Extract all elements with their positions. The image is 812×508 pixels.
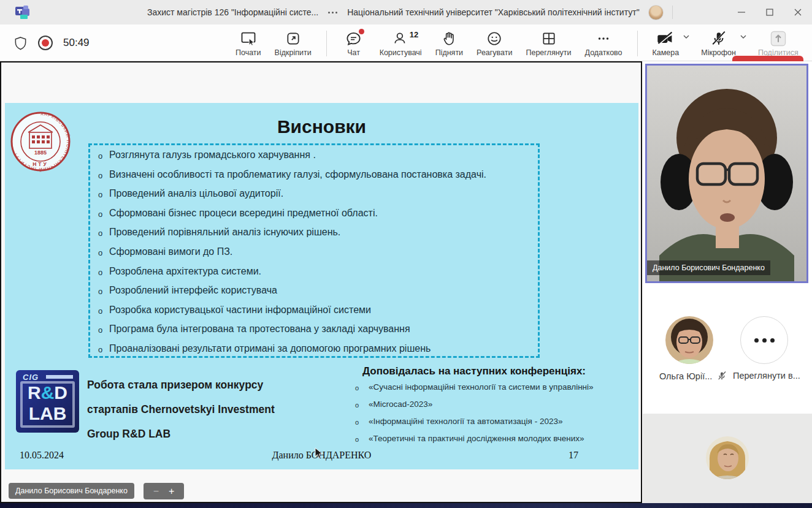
toolbar-center: Почати Відкріпити Чат 12 Користувачі: [232, 27, 802, 59]
bullet-marker: o: [98, 150, 109, 161]
list-item: oРозроблена архітектура системи.: [98, 266, 540, 286]
conferences-header: Доповідалась на наступних конференціях:: [351, 365, 615, 377]
list-item: oПрограма була інтегрована та протестова…: [98, 324, 540, 343]
recording-indicator-icon: [37, 35, 53, 51]
presenter-name-badge: Данило Борисович Бондаренко: [9, 483, 134, 499]
mic-off-icon: [711, 30, 727, 47]
security-shield-icon: [13, 36, 28, 51]
microphone-button[interactable]: Мікрофон: [697, 27, 740, 59]
chat-notification-badge: [359, 29, 364, 34]
list-item: oРозроблений інтерфейс користувача: [98, 285, 540, 305]
participants-count: 12: [410, 30, 418, 39]
zoom-out-button[interactable]: −: [153, 486, 159, 497]
bullet-marker: o: [98, 305, 109, 316]
maximize-button[interactable]: [756, 0, 784, 25]
bullet-marker: o: [351, 382, 369, 392]
present-screen-icon: [240, 30, 257, 47]
list-item: oРозглянута галузь громадського харчуван…: [98, 150, 540, 169]
list-item: oРозробка користувацької частини інформа…: [98, 305, 540, 324]
smiley-icon: [486, 31, 502, 47]
chat-button[interactable]: Чат: [338, 27, 370, 59]
list-item: oПроведений аналіз цільової аудиторії.: [98, 188, 540, 208]
award-text: Робота стала призером конкурсу стартапів…: [87, 373, 296, 446]
list-item: oПроаналізовані результати отримані за д…: [98, 343, 540, 363]
share-button: Поділитися: [754, 27, 802, 59]
zoom-in-button[interactable]: +: [169, 486, 174, 497]
view-grid-icon: [541, 31, 557, 47]
more-options-button[interactable]: Додатково: [581, 27, 626, 59]
titlebar-center: Захист магістрів 126 "Інформаційні систе…: [147, 0, 673, 25]
titlebar-separator: [672, 6, 673, 19]
more-participants-icon: [754, 338, 759, 343]
list-item: oСформовані бізнес процеси всередині пре…: [98, 208, 540, 227]
conclusions-list: oРозглянута галузь громадського харчуван…: [98, 150, 540, 363]
camera-chevron-icon[interactable]: [683, 33, 690, 40]
participants-button[interactable]: 12 Користувачі: [376, 27, 426, 59]
toolbar-left: 50:49: [13, 25, 90, 61]
bullet-marker: o: [98, 285, 109, 296]
participant-label-olga: Ольга Юрії...: [659, 371, 727, 381]
titlebar-avatar[interactable]: [648, 5, 664, 20]
view-button[interactable]: Переглянути: [522, 27, 575, 59]
camera-button[interactable]: Камера: [649, 27, 683, 59]
unpin-button[interactable]: Відкріпити: [271, 27, 315, 59]
meeting-toolbar: 50:49 Почати Відкріпити Чат: [0, 25, 812, 61]
org-name: Національний технічний університет "Харк…: [347, 7, 639, 17]
participant-avatar-olga[interactable]: [665, 316, 713, 364]
participant-mic-off-icon: [717, 371, 727, 381]
participants-sidebar: Данило Борисович Бондаренко Ольга Юрії..…: [642, 61, 812, 508]
bottom-taskbar-strip: [0, 503, 812, 508]
window-controls: [727, 0, 812, 25]
mouse-cursor: [315, 447, 323, 460]
slide-title: Висновки: [5, 116, 638, 137]
titlebar-overflow-icon[interactable]: [327, 12, 339, 13]
raise-hand-button[interactable]: Підняти: [432, 27, 467, 59]
list-item: o«Microcad-2023»: [351, 400, 615, 417]
bullet-marker: o: [98, 227, 109, 238]
list-item: oПроведений порівняльний аналіз існуючих…: [98, 227, 540, 246]
raise-hand-icon: [441, 31, 457, 47]
camera-off-participant-tile[interactable]: [643, 414, 812, 508]
presentation-slide: Висновки ХАРКІВСЬКИЙ ПОЛІТЕХНІЧНИЙ ІНСТИ…: [5, 103, 638, 469]
seal-ntu: НТУ: [33, 161, 48, 167]
shared-screen-area: Висновки ХАРКІВСЬКИЙ ПОЛІТЕХНІЧНИЙ ІНСТИ…: [0, 61, 642, 503]
start-share-button[interactable]: Почати: [232, 27, 265, 59]
seal-year: 1885: [34, 150, 47, 156]
active-speaker-name: Данило Борисович Бондаренко: [647, 260, 770, 275]
toolbar-divider: [637, 31, 638, 56]
react-button[interactable]: Реагувати: [473, 27, 516, 59]
list-item: o«Сучасні інформаційні технології та сис…: [351, 382, 615, 400]
microphone-chevron-icon[interactable]: [740, 33, 747, 40]
bullet-marker: o: [351, 400, 369, 409]
teams-app-icon[interactable]: [15, 4, 33, 20]
slide-page-number: 17: [569, 450, 578, 461]
more-dots-icon: [596, 31, 611, 47]
conferences-section: Доповідалась на наступних конференціях: …: [351, 365, 615, 451]
bullet-marker: o: [98, 208, 109, 219]
participant-avatar-photo: [706, 436, 749, 479]
list-item: o«Теоретичні та практичні дослідження мо…: [351, 434, 615, 451]
bullet-marker: o: [351, 434, 369, 443]
minimize-button[interactable]: [727, 0, 756, 25]
bullet-marker: o: [98, 246, 109, 257]
meeting-title: Захист магістрів 126 "Інформаційні систе…: [147, 7, 318, 17]
share-zoom-control: − +: [144, 483, 184, 499]
bullet-marker: o: [98, 266, 109, 277]
cig-monogram: CIG: [23, 373, 39, 382]
speaker-video: [647, 66, 806, 281]
window-titlebar: Захист магістрів 126 "Інформаційні систе…: [0, 0, 812, 25]
bullet-marker: o: [351, 417, 369, 426]
bullet-marker: o: [98, 324, 109, 335]
rd-lab-logo: CIG R&D LAB: [16, 370, 79, 433]
active-speaker-tile[interactable]: Данило Борисович Бондаренко: [645, 64, 808, 283]
camera-off-icon: [656, 30, 675, 47]
close-button[interactable]: [784, 0, 812, 25]
more-participants-tile[interactable]: [740, 316, 788, 364]
university-seal-logo: ХАРКІВСЬКИЙ ПОЛІТЕХНІЧНИЙ ІНСТИТУТ 1885 …: [10, 108, 71, 175]
olga-avatar-photo: [665, 316, 713, 364]
bullet-marker: o: [98, 169, 109, 180]
list-item: oВизначені особливості та проблематику г…: [98, 169, 540, 189]
toolbar-divider: [326, 31, 327, 56]
bullet-marker: o: [98, 188, 109, 199]
participant-label-more[interactable]: Переглянути в...: [733, 371, 800, 381]
